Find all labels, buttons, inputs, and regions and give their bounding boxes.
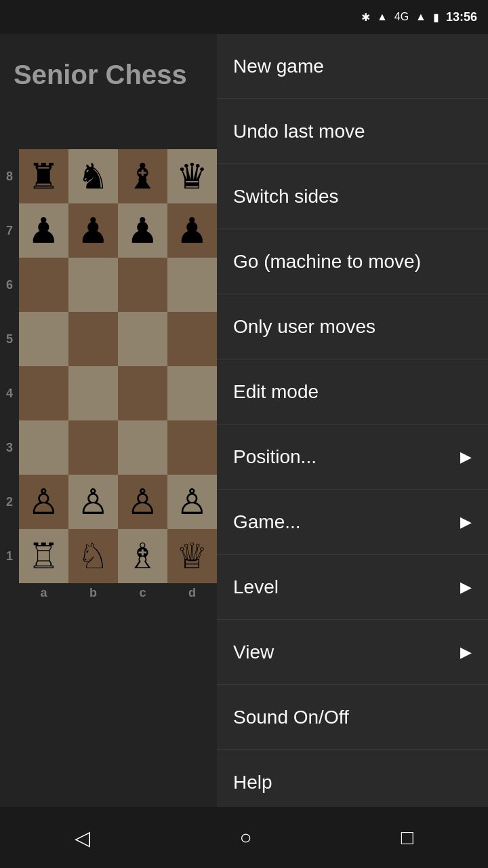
menu-label-game: Game... [233, 511, 301, 533]
menu-item-edit-mode[interactable]: Edit mode [217, 359, 488, 425]
menu-item-new-game[interactable]: New game [217, 34, 488, 99]
menu-label-edit-mode: Edit mode [233, 381, 319, 403]
clock: 13:56 [446, 10, 477, 24]
view-arrow-icon: ▶ [460, 644, 472, 661]
menu-label-undo-last-move: Undo last move [233, 121, 365, 142]
menu-item-view[interactable]: View ▶ [217, 620, 488, 685]
menu-item-switch-sides[interactable]: Switch sides [217, 164, 488, 229]
menu-item-sound-onoff[interactable]: Sound On/Off [217, 685, 488, 750]
level-arrow-icon: ▶ [460, 578, 472, 596]
back-button[interactable]: ◁ [61, 819, 104, 856]
menu-label-help: Help [233, 772, 272, 793]
menu-label-view: View [233, 642, 274, 663]
menu-item-game[interactable]: Game... ▶ [217, 490, 488, 555]
menu-label-switch-sides: Switch sides [233, 186, 339, 208]
wifi-icon: ▲ [377, 11, 388, 23]
battery-icon: ▮ [433, 11, 439, 24]
menu-label-sound-onoff: Sound On/Off [233, 707, 349, 728]
menu-label-position: Position... [233, 446, 317, 468]
nav-bar: ◁ ○ □ [0, 807, 488, 868]
menu-item-go-machine[interactable]: Go (machine to move) [217, 229, 488, 294]
menu-label-only-user-moves: Only user moves [233, 316, 375, 338]
left-overlay [0, 34, 217, 807]
home-button[interactable]: ○ [226, 819, 265, 856]
menu-item-level[interactable]: Level ▶ [217, 555, 488, 620]
game-arrow-icon: ▶ [460, 513, 472, 531]
recent-button[interactable]: □ [388, 819, 427, 856]
menu-label-level: Level [233, 576, 279, 598]
signal-bars-icon: ▲ [415, 11, 426, 23]
menu-label-go-machine: Go (machine to move) [233, 251, 421, 273]
menu-item-help[interactable]: Help [217, 750, 488, 815]
menu-panel: New game Undo last move Switch sides Go … [217, 34, 488, 868]
bluetooth-icon: ✱ [361, 11, 370, 24]
position-arrow-icon: ▶ [460, 448, 472, 466]
status-bar: ✱ ▲ 4G ▲ ▮ 13:56 [0, 0, 488, 34]
menu-item-position[interactable]: Position... ▶ [217, 425, 488, 490]
signal-label: 4G [394, 11, 409, 23]
menu-item-undo-last-move[interactable]: Undo last move [217, 99, 488, 164]
menu-label-new-game: New game [233, 56, 324, 77]
menu-item-only-user-moves[interactable]: Only user moves [217, 294, 488, 359]
